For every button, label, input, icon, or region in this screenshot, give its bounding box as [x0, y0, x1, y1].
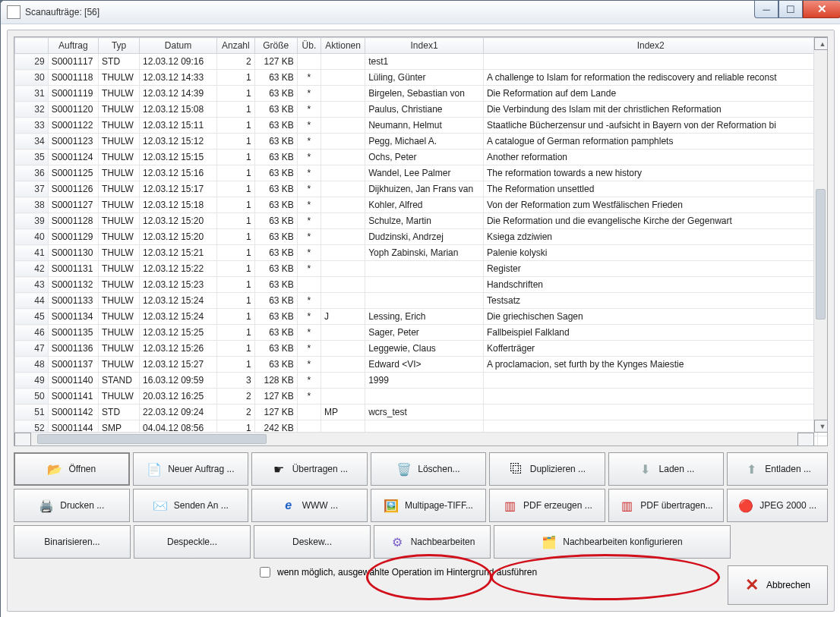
cell[interactable]: S0001120 [48, 102, 98, 118]
cell[interactable]: 32 [15, 102, 49, 118]
pdf-transfer-button[interactable]: ▥PDF übertragen... [608, 489, 725, 522]
cell[interactable]: A challenge to Islam for reformation the… [483, 70, 817, 86]
cell[interactable]: 2 [216, 54, 254, 70]
cell[interactable]: 37 [15, 181, 49, 197]
cell[interactable]: Sager, Peter [365, 325, 484, 341]
cell[interactable]: 41 [15, 245, 49, 261]
cell[interactable] [483, 389, 817, 405]
column-header[interactable]: Index1 [365, 38, 484, 54]
cell[interactable]: THULW [99, 150, 140, 165]
cell[interactable] [321, 54, 365, 70]
print-button[interactable]: 🖨️Drucken ... [14, 489, 130, 522]
cell[interactable]: S0001118 [48, 70, 98, 86]
cell[interactable]: Schulze, Martin [365, 213, 484, 229]
cell[interactable]: 63 KB [254, 150, 297, 165]
cell[interactable]: S0001135 [48, 325, 98, 341]
cell[interactable]: THULW [99, 261, 140, 277]
cell[interactable]: 35 [15, 150, 49, 165]
cell[interactable]: * [297, 213, 321, 229]
cell[interactable]: * [297, 86, 321, 102]
column-header[interactable]: Anzahl [216, 38, 254, 54]
cell[interactable]: 2 [216, 405, 254, 420]
cell[interactable]: Dijkhuizen, Jan Frans van [365, 181, 484, 197]
cell[interactable]: Die griechischen Sagen [483, 309, 817, 325]
cell[interactable]: Another reformation [483, 150, 817, 165]
table-row[interactable]: 44S0001133THULW12.03.12 15:24163 KB*Test… [15, 293, 829, 309]
cell[interactable]: 63 KB [254, 70, 297, 86]
unload-button[interactable]: ⬆Entladen ... [727, 452, 828, 486]
cell[interactable]: 1 [216, 277, 254, 293]
cell[interactable]: J [321, 309, 365, 325]
cell[interactable]: 12.03.12 15:24 [140, 293, 217, 309]
cell[interactable]: 20.03.12 16:25 [140, 389, 217, 405]
cell[interactable]: STAND [99, 373, 140, 389]
cell[interactable] [321, 118, 365, 134]
cell[interactable]: 63 KB [254, 134, 297, 150]
table-row[interactable]: 34S0001123THULW12.03.12 15:12163 KB*Pegg… [15, 134, 829, 150]
cell[interactable]: * [297, 245, 321, 261]
column-header[interactable]: Typ [99, 38, 140, 54]
cell[interactable] [321, 70, 365, 86]
cell[interactable]: THULW [99, 277, 140, 293]
cell[interactable]: * [297, 181, 321, 197]
titlebar[interactable]: Scanaufträge: [56] ─ ☐ ✕ [1, 1, 840, 24]
cell[interactable]: 12.03.12 09:16 [140, 54, 217, 70]
cell[interactable] [321, 134, 365, 150]
cell[interactable]: 1 [216, 309, 254, 325]
deskew-button[interactable]: Deskew... [254, 525, 371, 559]
cell[interactable] [321, 261, 365, 277]
table-row[interactable]: 29S0001117STD12.03.12 09:162127 KBtest1 [15, 54, 829, 70]
cell[interactable]: 51 [15, 405, 49, 420]
cell[interactable]: Staatliche Bücherzensur und -aufsicht in… [483, 118, 817, 134]
cell[interactable]: Lüling, Günter [365, 70, 484, 86]
table-row[interactable]: 36S0001125THULW12.03.12 15:16163 KB*Wand… [15, 165, 829, 181]
cell[interactable] [321, 357, 365, 373]
column-header[interactable]: Aktionen [321, 38, 365, 54]
cell[interactable]: 1 [216, 150, 254, 165]
cell[interactable]: 12.03.12 15:26 [140, 341, 217, 357]
scroll-left-icon[interactable]: ◀ [14, 433, 31, 446]
cell[interactable]: 1 [216, 134, 254, 150]
cell[interactable]: THULW [99, 389, 140, 405]
cell[interactable]: THULW [99, 309, 140, 325]
cell[interactable]: * [297, 261, 321, 277]
column-header[interactable]: Auftrag [48, 38, 98, 54]
cell[interactable]: THULW [99, 213, 140, 229]
cell[interactable]: Birgelen, Sebastian von [365, 86, 484, 102]
jpeg2000-button[interactable]: 🔴JPEG 2000 ... [727, 489, 828, 522]
cell[interactable]: THULW [99, 357, 140, 373]
cell[interactable]: 45 [15, 309, 49, 325]
cell[interactable]: 12.03.12 15:11 [140, 118, 217, 134]
cell[interactable]: A catalogue of German reformation pamphl… [483, 134, 817, 150]
cell[interactable]: THULW [99, 229, 140, 245]
cell[interactable]: Palenie kolyski [483, 245, 817, 261]
cell[interactable]: * [297, 118, 321, 134]
table-row[interactable]: 35S0001124THULW12.03.12 15:15163 KB*Ochs… [15, 150, 829, 165]
cell[interactable] [321, 341, 365, 357]
cell[interactable]: * [297, 229, 321, 245]
cell[interactable]: 12.03.12 15:24 [140, 309, 217, 325]
table-row[interactable]: 51S0001142STD22.03.12 09:242127 KBMPwcrs… [15, 405, 829, 420]
multipage-tiff-button[interactable]: 🖼️Multipage-TIFF... [371, 489, 487, 522]
cell[interactable]: S0001131 [48, 261, 98, 277]
cell[interactable] [321, 86, 365, 102]
scan-jobs-table[interactable]: AuftragTypDatumAnzahlGrößeÜb.AktionenInd… [14, 37, 828, 446]
cell[interactable]: wcrs_test [365, 405, 484, 420]
cell[interactable]: 63 KB [254, 86, 297, 102]
horizontal-scrollbar[interactable]: ◀ ▶ [14, 432, 814, 445]
cell[interactable] [321, 389, 365, 405]
cell[interactable]: THULW [99, 245, 140, 261]
delete-button[interactable]: 🗑️Löschen... [371, 452, 487, 486]
cell[interactable]: 12.03.12 15:18 [140, 197, 217, 213]
cell[interactable]: THULW [99, 102, 140, 118]
cell[interactable]: MP [321, 405, 365, 420]
cell[interactable] [365, 261, 484, 277]
cell[interactable]: S0001136 [48, 341, 98, 357]
cell[interactable]: 3 [216, 373, 254, 389]
cell[interactable]: S0001134 [48, 309, 98, 325]
cell[interactable]: 50 [15, 389, 49, 405]
cell[interactable]: THULW [99, 165, 140, 181]
cell[interactable] [818, 436, 828, 447]
table-row[interactable]: 43S0001132THULW12.03.12 15:23163 KBHands… [15, 277, 829, 293]
cancel-button[interactable]: ✕ Abbrechen [728, 565, 828, 605]
